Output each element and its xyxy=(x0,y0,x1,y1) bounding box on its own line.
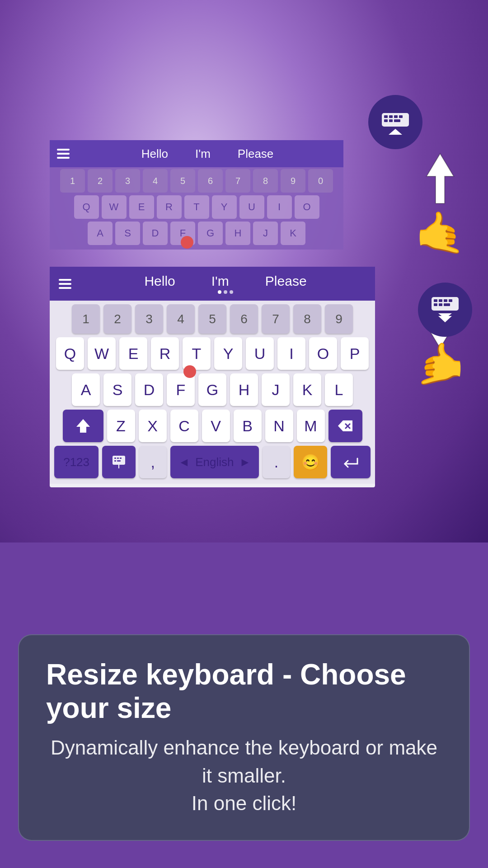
suggestion-hello-main[interactable]: Hello xyxy=(144,274,175,289)
key-d-top[interactable]: D xyxy=(143,222,168,245)
key-c[interactable]: C xyxy=(170,410,198,442)
key-8[interactable]: 8 xyxy=(293,304,321,334)
key-g[interactable]: G xyxy=(198,373,226,406)
key-y[interactable]: Y xyxy=(214,337,242,370)
key-6[interactable]: 6 xyxy=(230,304,258,334)
svg-rect-16 xyxy=(117,458,119,459)
key-7-top[interactable]: 7 xyxy=(225,169,250,193)
info-description: Dynamically enhance the keyboard or make… xyxy=(46,734,442,817)
key-h[interactable]: H xyxy=(230,373,258,406)
key-f[interactable]: F xyxy=(167,373,195,406)
key-3-top[interactable]: 3 xyxy=(115,169,140,193)
key-u-top[interactable]: U xyxy=(239,195,264,219)
key-j-top[interactable]: J xyxy=(253,222,278,245)
key-x[interactable]: X xyxy=(139,410,167,442)
key-a[interactable]: A xyxy=(72,373,100,406)
key-z[interactable]: Z xyxy=(107,410,135,442)
key-k[interactable]: K xyxy=(293,373,321,406)
key-l[interactable]: L xyxy=(325,373,353,406)
asdf-row-top: A S D F G H J K xyxy=(52,222,342,245)
language-selector[interactable]: ◄ English ► xyxy=(170,446,259,478)
resize-up-button[interactable] xyxy=(368,95,422,149)
resize-down-button[interactable] xyxy=(418,283,472,337)
svg-marker-11 xyxy=(76,419,90,433)
key-u[interactable]: U xyxy=(246,337,274,370)
svg-rect-17 xyxy=(120,458,122,459)
key-q-top[interactable]: Q xyxy=(74,195,99,219)
key-r-top[interactable]: R xyxy=(157,195,182,219)
comma-key[interactable]: , xyxy=(139,446,167,478)
key-q[interactable]: Q xyxy=(56,337,84,370)
svg-rect-6 xyxy=(389,119,393,122)
key-w-top[interactable]: W xyxy=(102,195,127,219)
suggestion-hello-top[interactable]: Hello xyxy=(141,147,168,161)
key-n[interactable]: N xyxy=(265,410,293,442)
suggestion-im-main[interactable]: I'm xyxy=(211,274,229,289)
key-r[interactable]: R xyxy=(151,337,179,370)
key-3[interactable]: 3 xyxy=(135,304,163,334)
key-4-top[interactable]: 4 xyxy=(143,169,168,193)
key-p[interactable]: P xyxy=(341,337,369,370)
key-y-top[interactable]: Y xyxy=(212,195,237,219)
suggestion-im-top[interactable]: I'm xyxy=(195,147,211,161)
period-key[interactable]: . xyxy=(263,446,290,478)
svg-rect-7 xyxy=(394,119,400,122)
key-9-top[interactable]: 9 xyxy=(281,169,305,193)
svg-rect-28 xyxy=(444,303,450,306)
emoji-key[interactable]: 😊 xyxy=(294,446,327,478)
key-j[interactable]: J xyxy=(262,373,290,406)
svg-marker-30 xyxy=(438,316,452,322)
bottom-row-main: ?123 , ◄ English ► . 😊 xyxy=(54,446,371,478)
key-s-top[interactable]: S xyxy=(115,222,140,245)
key-9[interactable]: 9 xyxy=(325,304,353,334)
suggestion-please-main[interactable]: Please xyxy=(265,274,307,289)
key-t[interactable]: T xyxy=(183,337,211,370)
key-a-top[interactable]: A xyxy=(88,222,113,245)
key-s[interactable]: S xyxy=(103,373,131,406)
key-1[interactable]: 1 xyxy=(72,304,100,334)
svg-marker-9 xyxy=(427,154,454,203)
key-h-top[interactable]: H xyxy=(225,222,250,245)
key-i[interactable]: I xyxy=(277,337,305,370)
lang-next-arrow: ► xyxy=(239,455,251,469)
language-label[interactable]: English xyxy=(195,455,234,469)
menu-icon-top[interactable] xyxy=(57,149,70,159)
suggestion-please-top[interactable]: Please xyxy=(238,147,274,161)
key-k-top[interactable]: K xyxy=(281,222,305,245)
key-8-top[interactable]: 8 xyxy=(253,169,278,193)
menu-icon-main[interactable] xyxy=(59,279,71,289)
key-g-top[interactable]: G xyxy=(198,222,223,245)
key-e[interactable]: E xyxy=(119,337,147,370)
key-6-top[interactable]: 6 xyxy=(198,169,223,193)
svg-rect-24 xyxy=(444,299,447,302)
key-i-top[interactable]: I xyxy=(267,195,292,219)
key-4[interactable]: 4 xyxy=(167,304,195,334)
key-o-top[interactable]: O xyxy=(295,195,319,219)
number-row-top: 1 2 3 4 5 6 7 8 9 0 xyxy=(52,169,342,193)
numbers-toggle-key[interactable]: ?123 xyxy=(54,446,99,478)
key-2[interactable]: 2 xyxy=(103,304,131,334)
hand-up-icon: 🤙 xyxy=(415,212,465,253)
key-v[interactable]: V xyxy=(202,410,230,442)
key-7[interactable]: 7 xyxy=(262,304,290,334)
info-box: Resize keyboard - Choose your size Dynam… xyxy=(18,634,470,841)
key-5[interactable]: 5 xyxy=(198,304,226,334)
key-m[interactable]: M xyxy=(297,410,325,442)
dots-indicator xyxy=(218,290,233,294)
mic-lang-key[interactable] xyxy=(102,446,136,478)
key-e-top[interactable]: E xyxy=(129,195,154,219)
svg-rect-3 xyxy=(394,115,398,118)
key-o[interactable]: O xyxy=(309,337,337,370)
key-5-top[interactable]: 5 xyxy=(170,169,195,193)
key-d[interactable]: D xyxy=(135,373,163,406)
key-w[interactable]: W xyxy=(88,337,116,370)
key-2-top[interactable]: 2 xyxy=(88,169,113,193)
key-0-top[interactable]: 0 xyxy=(308,169,333,193)
backspace-key[interactable] xyxy=(328,410,362,442)
key-b[interactable]: B xyxy=(234,410,262,442)
svg-rect-1 xyxy=(384,115,388,118)
shift-key[interactable] xyxy=(63,410,103,442)
key-1-top[interactable]: 1 xyxy=(60,169,85,193)
key-t-top[interactable]: T xyxy=(184,195,209,219)
enter-key[interactable] xyxy=(331,446,371,478)
